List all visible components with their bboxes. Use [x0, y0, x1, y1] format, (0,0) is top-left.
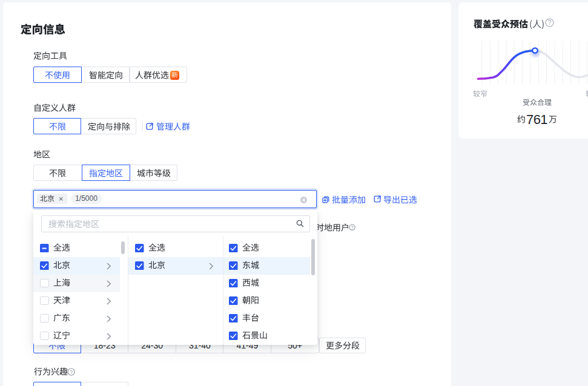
svg-text:?: ? [351, 224, 354, 230]
svg-text:?: ? [70, 369, 73, 375]
